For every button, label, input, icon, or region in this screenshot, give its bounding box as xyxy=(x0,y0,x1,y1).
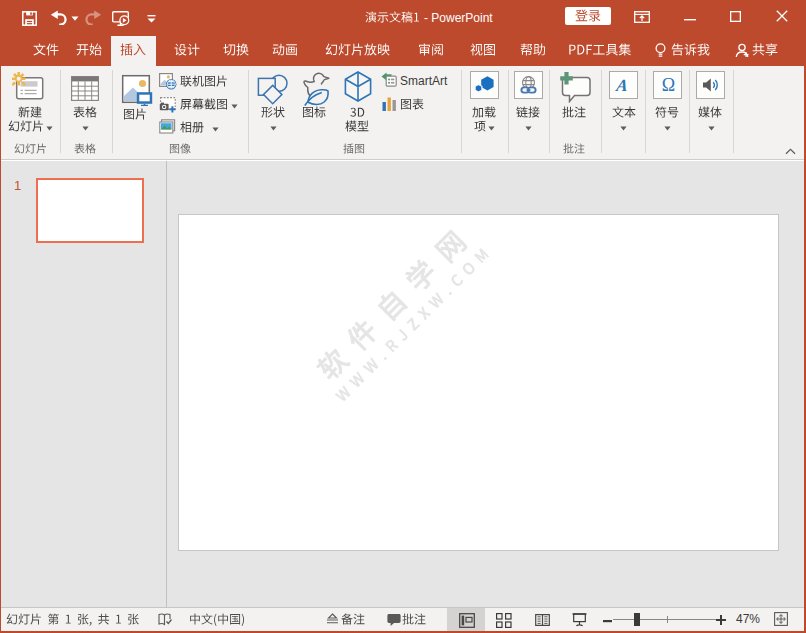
svg-text:Ω: Ω xyxy=(661,76,674,94)
svg-text:A: A xyxy=(615,77,629,94)
